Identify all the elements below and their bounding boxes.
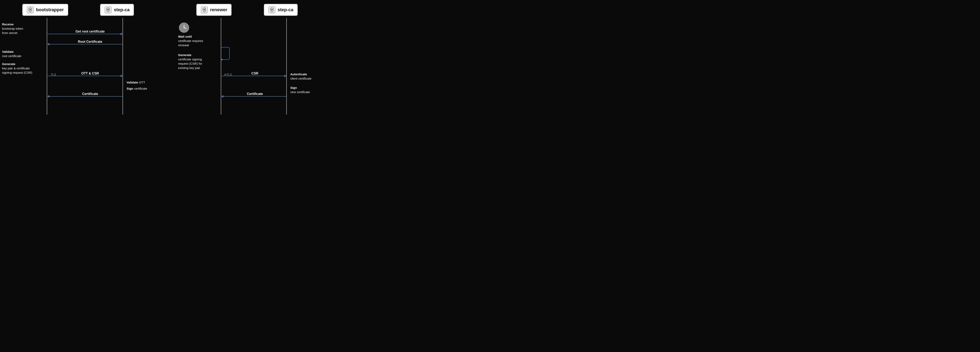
step-ca-2-label: step-ca [278,7,293,13]
clock-icon [178,22,189,33]
step-ca-1-icon [104,6,112,14]
label-ott-csr: OTT & CSR [57,71,123,75]
renewer-icon [200,6,208,14]
arrow-root-cert [48,44,123,44]
lifeline-bootstrapper [47,18,47,114]
renewer-label: renewer [210,7,227,13]
label-root-cert: Root Certificate [57,40,123,44]
bootstrapper-icon [27,6,34,14]
self-arrow-renewer [221,47,230,60]
svg-point-1 [29,9,31,10]
label-get-root: Get root certificate [57,30,123,33]
arrow-ott-csr [48,76,123,76]
label-generate2: Generate certificate signingrequest (CSR… [178,53,218,70]
label-certificate2: Certificate [231,92,278,96]
lifeline-step-ca-2 [286,18,287,114]
step-ca-1-label: step-ca [114,7,130,13]
label-authenticate: Autenticate client certificate [290,72,315,81]
label-sign2: Sign new certificate [290,86,315,94]
label-sign-cert: Sign certificate [127,86,147,90]
arrow-certificate1 [48,96,123,97]
label-validate: Validate root certificate [2,49,46,58]
label-validate-ott: Validate OTT [127,80,145,84]
actor-step-ca-1: step-ca [100,4,134,16]
step-ca-2-icon [268,6,275,14]
arrow-certificate2 [221,96,286,97]
actor-renewer: renewer [196,4,232,16]
label-generate: Generate key pair & certificatesigning r… [2,62,46,75]
arrow-csr2 [221,76,286,76]
actor-bootstrapper: bootstrapper [22,4,68,16]
label-certificate1: Certificate [57,92,123,96]
arrow-get-root [48,34,123,34]
actor-step-ca-2: step-ca [264,4,298,16]
svg-point-3 [107,9,109,10]
svg-point-5 [204,9,205,10]
label-wait: Wait until certificate requiresrenewal [178,34,218,47]
label-receive: Receive bootstrap tokenfrom secret [2,22,46,35]
svg-point-11 [184,27,185,28]
svg-point-7 [271,9,272,10]
sequence-diagram: bootstrapper step-ca renewer step-ca [0,0,315,114]
lifeline-renewer [221,18,221,114]
label-csr2: CSR [231,71,278,75]
bootstrapper-label: bootstrapper [36,7,64,13]
